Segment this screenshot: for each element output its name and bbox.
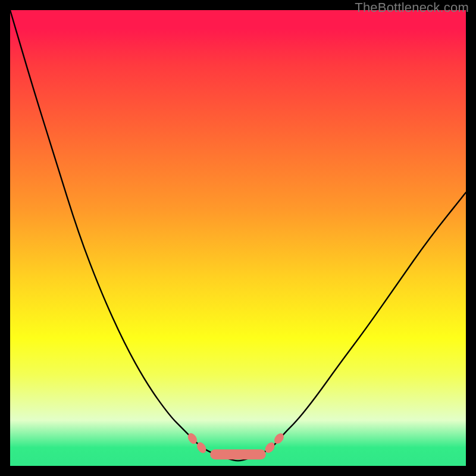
marker-group [186,431,286,455]
watermark-label: TheBottleneck.com [355,0,469,15]
bottleneck-curve-svg [10,10,466,466]
plot-area [10,10,466,466]
curve-group [10,10,466,461]
bottleneck-curve [10,10,466,461]
figure-frame: TheBottleneck.com [0,0,476,476]
